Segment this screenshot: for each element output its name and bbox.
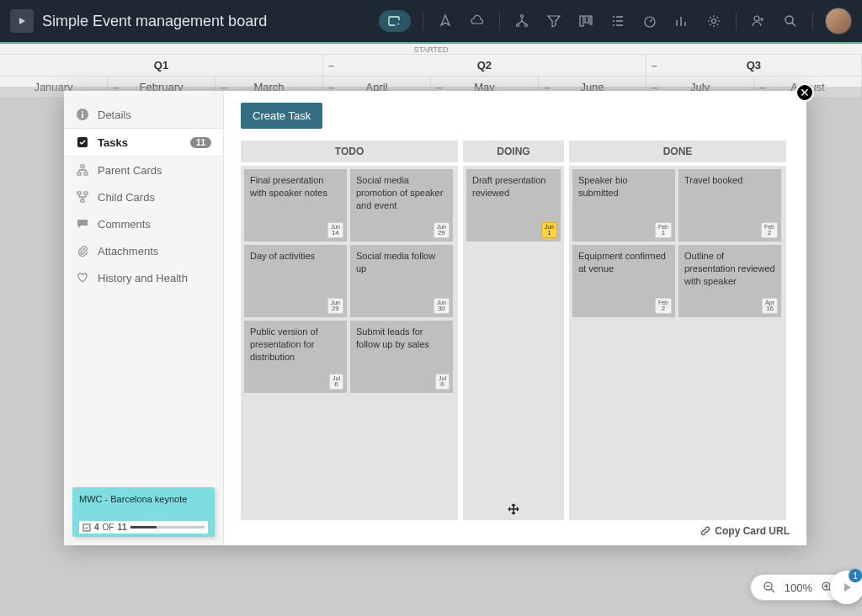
card-detail-modal: ✕ Details Tasks 11 Parent Cards Child Ca… (64, 91, 806, 545)
column-done: DONE Speaker bio submittedFeb1 Travel bo… (569, 141, 786, 520)
modal-main: Create Task TODO Final presentation with… (224, 91, 806, 545)
check-icon (76, 135, 89, 149)
sidebar-label: Parent Cards (98, 164, 162, 177)
sidebar-label: Tasks (98, 136, 128, 149)
task-card[interactable]: Submit leads for follow up by salesJul6 (350, 321, 453, 393)
task-card[interactable]: Social media follow upJun30 (350, 245, 453, 317)
task-card[interactable]: Travel bookedFeb2 (678, 169, 781, 242)
sidebar-item-details[interactable]: Details (64, 101, 223, 128)
svg-point-12 (754, 16, 759, 21)
quarter-cell[interactable]: Q1 (0, 55, 323, 76)
user-avatar[interactable] (825, 8, 852, 35)
sidebar-item-attachments[interactable]: Attachments (64, 237, 223, 264)
card-stack-icon[interactable]: + (379, 10, 411, 32)
add-user-icon[interactable] (748, 11, 769, 31)
mini-card-progress: 4 OF 11 (79, 521, 208, 534)
column-header: TODO (241, 141, 458, 162)
sidebar-item-child-cards[interactable]: Child Cards (64, 183, 223, 210)
zoom-level: 100% (785, 581, 812, 594)
task-card[interactable]: Day of activitiesJun29 (244, 245, 347, 317)
zoom-out-button[interactable] (761, 579, 778, 596)
comment-icon (76, 217, 89, 231)
notification-badge: 1 (849, 569, 862, 582)
task-card[interactable]: Final presentation with speaker notesJun… (244, 169, 347, 242)
column-header: DOING (463, 141, 564, 162)
date-chip: Feb1 (655, 222, 672, 238)
quarters-row: Q1 –Q2 –Q3 (0, 54, 862, 76)
sidebar-item-tasks[interactable]: Tasks 11 (64, 128, 223, 157)
dashboard-icon[interactable] (640, 11, 660, 31)
quarter-cell[interactable]: –Q2 (323, 55, 646, 76)
compass-icon[interactable] (435, 11, 455, 31)
move-handle-icon[interactable] (508, 503, 519, 515)
svg-point-16 (82, 111, 83, 113)
task-card[interactable]: Speaker bio submittedFeb1 (572, 169, 675, 242)
svg-point-4 (521, 15, 524, 18)
svg-rect-24 (83, 524, 90, 531)
date-chip: Apr16 (762, 298, 778, 314)
column-body[interactable]: Speaker bio submittedFeb1 Travel bookedF… (569, 166, 786, 520)
mini-card-title: MWC - Barcelona keynote (79, 494, 208, 504)
svg-rect-22 (84, 192, 88, 194)
date-chip: Jun29 (434, 222, 450, 238)
task-card[interactable]: Equipment confirmed at venueFeb2 (572, 245, 675, 317)
svg-rect-15 (82, 114, 83, 118)
task-card[interactable]: Draft presentation reviewedJun1 (466, 169, 561, 242)
board-icon[interactable] (576, 11, 596, 31)
mini-card-preview[interactable]: MWC - Barcelona keynote 4 OF 11 (72, 487, 215, 537)
sidebar-item-history[interactable]: History and Health (64, 264, 223, 291)
svg-rect-23 (81, 199, 84, 202)
kanban-board: TODO Final presentation with speaker not… (241, 141, 790, 520)
create-task-button[interactable]: Create Task (241, 103, 322, 129)
quarter-cell[interactable]: –Q3 (646, 55, 862, 76)
svg-rect-8 (585, 16, 588, 23)
svg-text:+: + (396, 21, 400, 26)
chart-icon[interactable] (672, 11, 692, 31)
cloud-icon[interactable] (467, 11, 487, 31)
svg-rect-9 (590, 16, 592, 24)
close-button[interactable]: ✕ (795, 83, 814, 102)
child-icon (76, 190, 89, 204)
date-chip: Jul6 (329, 374, 343, 390)
svg-point-11 (712, 19, 716, 24)
sidebar-item-comments[interactable]: Comments (64, 210, 223, 237)
date-chip: Feb2 (655, 298, 672, 314)
date-chip: Jun1 (541, 222, 557, 238)
modal-footer: Copy Card URL (241, 520, 790, 537)
sidebar-label: History and Health (98, 272, 188, 284)
column-body[interactable]: Final presentation with speaker notesJun… (241, 166, 458, 520)
gear-icon[interactable] (704, 11, 724, 31)
svg-rect-7 (580, 16, 583, 26)
heart-icon (76, 271, 89, 284)
column-doing: DOING Draft presentation reviewedJun1 (463, 141, 564, 520)
modal-sidebar: Details Tasks 11 Parent Cards Child Card… (64, 91, 224, 545)
sidebar-label: Details (98, 109, 131, 121)
search-icon[interactable] (780, 11, 801, 31)
task-card[interactable]: Social media promotion of speaker and ev… (350, 169, 453, 242)
copy-card-url[interactable]: Copy Card URL (700, 525, 790, 537)
date-chip: Jun29 (327, 298, 343, 314)
date-chip: Jun30 (434, 298, 450, 314)
sidebar-label: Attachments (98, 245, 158, 258)
svg-rect-20 (84, 173, 88, 175)
timeline-started-label: STARTED (0, 42, 862, 54)
task-card[interactable]: Outline of presentation reviewed with sp… (678, 245, 781, 317)
help-fab[interactable]: 1 (830, 571, 862, 604)
date-chip: Feb2 (761, 222, 778, 238)
task-card[interactable]: Public version of presentation for distr… (244, 321, 347, 393)
filter-icon[interactable] (544, 11, 564, 31)
date-chip: Jul6 (435, 374, 450, 390)
sidebar-label: Comments (98, 218, 151, 231)
column-body[interactable]: Draft presentation reviewedJun1 (463, 166, 564, 520)
svg-rect-19 (77, 173, 81, 175)
svg-rect-21 (77, 192, 81, 194)
svg-rect-18 (81, 165, 84, 167)
tasks-count-badge: 11 (190, 137, 211, 148)
list-icon[interactable] (608, 11, 628, 31)
branch-icon[interactable] (512, 11, 532, 31)
sidebar-item-parent-cards[interactable]: Parent Cards (64, 157, 223, 183)
svg-marker-0 (19, 18, 25, 24)
board-title: Simple Event management board (42, 13, 267, 30)
logo-icon[interactable] (10, 9, 34, 33)
column-todo: TODO Final presentation with speaker not… (241, 141, 458, 520)
